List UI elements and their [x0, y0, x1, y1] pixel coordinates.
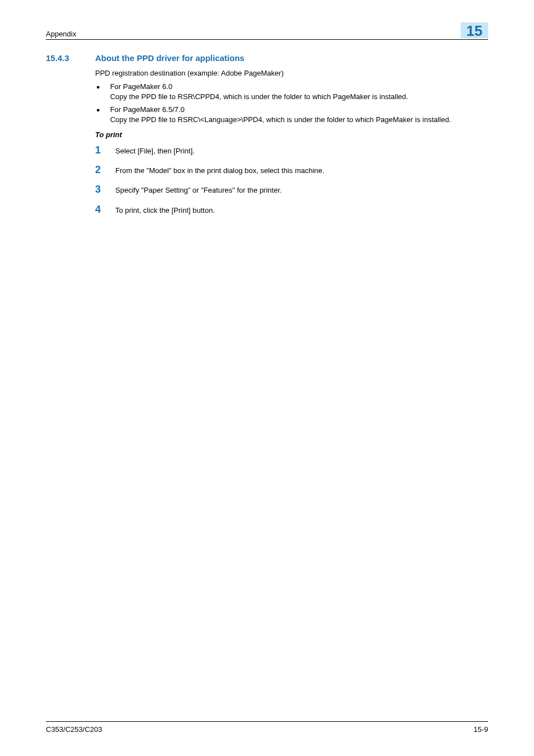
page: Appendix 15 15.4.3 About the PPD driver …: [0, 0, 534, 756]
step-item: 2 From the "Model" box in the print dial…: [95, 164, 488, 176]
bullet-icon: ●: [95, 105, 100, 115]
footer-model: C353/C253/C203: [46, 725, 102, 734]
step-number: 2: [95, 164, 103, 176]
step-item: 3 Specify "Paper Setting" or "Features" …: [95, 184, 488, 195]
bullet-icon: ●: [95, 82, 100, 92]
step-text: Specify "Paper Setting" or "Features" fo…: [115, 185, 282, 195]
bullet-title: For PageMaker 6.5/7.0: [110, 105, 488, 115]
step-number: 1: [95, 144, 103, 156]
step-text: Select [File], then [Print].: [115, 146, 195, 156]
running-footer: C353/C253/C203 15-9: [46, 721, 488, 734]
footer-page-number: 15-9: [474, 725, 488, 734]
step-text: From the "Model" box in the print dialog…: [115, 166, 324, 176]
section-title: About the PPD driver for applications: [95, 53, 245, 63]
list-item: ● For PageMaker 6.0 Copy the PPD file to…: [95, 82, 488, 102]
running-header: Appendix 15: [46, 22, 488, 40]
bullet-text: Copy the PPD file to RSRC\<Language>\PPD…: [110, 115, 488, 125]
step-number: 4: [95, 204, 103, 216]
header-section-name: Appendix: [46, 30, 76, 38]
step-text: To print, click the [Print] button.: [115, 206, 215, 216]
steps-list: 1 Select [File], then [Print]. 2 From th…: [95, 144, 488, 216]
section-number: 15.4.3: [46, 53, 79, 63]
bullet-title: For PageMaker 6.0: [110, 82, 488, 92]
sub-heading: To print: [95, 130, 488, 139]
content-area: 15.4.3 About the PPD driver for applicat…: [46, 40, 488, 216]
section-heading-row: 15.4.3 About the PPD driver for applicat…: [46, 53, 488, 63]
step-number: 3: [95, 184, 103, 195]
bullet-list: ● For PageMaker 6.0 Copy the PPD file to…: [95, 82, 488, 125]
list-item: ● For PageMaker 6.5/7.0 Copy the PPD fil…: [95, 105, 488, 125]
bullet-body: For PageMaker 6.5/7.0 Copy the PPD file …: [110, 105, 488, 125]
bullet-text: Copy the PPD file to RSR\CPPD4, which is…: [110, 92, 488, 102]
step-item: 1 Select [File], then [Print].: [95, 144, 488, 156]
step-item: 4 To print, click the [Print] button.: [95, 204, 488, 216]
section-body: PPD registration destination (example: A…: [95, 68, 488, 125]
bullet-body: For PageMaker 6.0 Copy the PPD file to R…: [110, 82, 488, 102]
intro-text: PPD registration destination (example: A…: [95, 68, 488, 78]
header-chapter-number: 15: [461, 22, 488, 38]
